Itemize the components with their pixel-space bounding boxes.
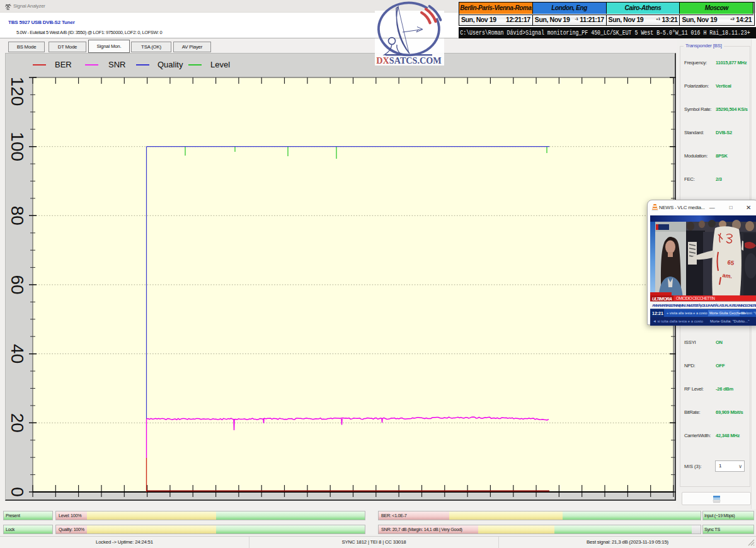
svg-text:60: 60 [8,275,27,294]
svg-text:80: 80 [8,206,27,225]
svg-text:am.: am. [722,272,733,280]
svg-text:20: 20 [8,413,27,433]
svg-text:100: 100 [8,132,27,161]
svg-text:ULTIM'ORA: ULTIM'ORA [652,297,672,301]
svg-text:Meloni: "G: Meloni: "G [742,311,756,315]
svg-text:Morte Giulia Cecchettin: Morte Giulia Cecchettin [709,311,745,315]
svg-text:OMICIDIO CECCHETTIN: OMICIDIO CECCHETTIN [676,296,715,300]
svg-text:12:21: 12:21 [652,311,663,316]
svg-text:40: 40 [8,344,27,363]
svg-text:0: 0 [8,487,27,497]
svg-text:+ visita alla testa e a costo: + visita alla testa e a costo [667,311,707,315]
svg-text:Morte Giulia: "Dubito...": Morte Giulia: "Dubito..." [710,319,749,323]
svg-text:DXSATCS.COM: DXSATCS.COM [376,55,441,66]
svg-text:120: 120 [8,77,27,106]
svg-text:ANNAMARIA BERNINI (MIN. UNIVER: ANNAMARIA BERNINI (MIN. UNIVERSITÀ): GIU… [652,304,756,307]
svg-text:◄ si tolta dalla testa e a cos: ◄ si tolta dalla testa e a costo [653,319,704,323]
